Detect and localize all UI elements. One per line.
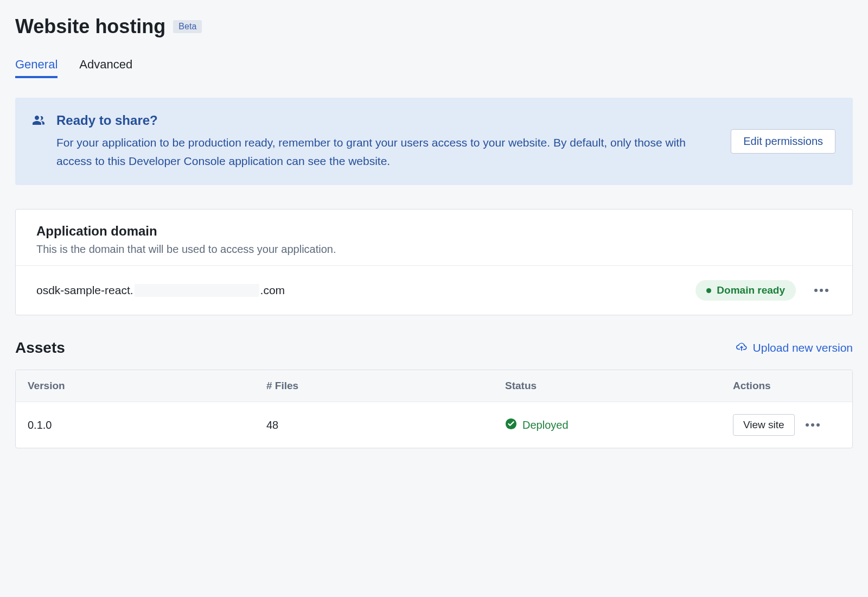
page-title: Website hosting bbox=[15, 15, 165, 38]
assets-table: Version # Files Status Actions 0.1.0 48 … bbox=[15, 370, 853, 448]
cell-actions: View site bbox=[733, 414, 840, 436]
cell-status: Deployed bbox=[505, 418, 733, 433]
share-callout: Ready to share? For your application to … bbox=[15, 98, 853, 185]
tab-advanced[interactable]: Advanced bbox=[79, 58, 132, 78]
domain-redacted bbox=[135, 284, 259, 297]
beta-badge: Beta bbox=[173, 20, 202, 33]
assets-title: Assets bbox=[15, 339, 65, 357]
callout-title: Ready to share? bbox=[56, 113, 720, 128]
domain-status-text: Domain ready bbox=[717, 284, 785, 296]
upload-link-text: Upload new version bbox=[753, 341, 853, 354]
people-icon bbox=[33, 115, 46, 128]
row-more-button[interactable] bbox=[802, 420, 823, 430]
tab-general[interactable]: General bbox=[15, 58, 58, 78]
cell-files: 48 bbox=[266, 419, 505, 431]
table-header-row: Version # Files Status Actions bbox=[16, 370, 852, 402]
upload-icon bbox=[736, 341, 748, 355]
callout-text: For your application to be production re… bbox=[56, 134, 720, 170]
status-text: Deployed bbox=[522, 419, 569, 431]
domain-card-title: Application domain bbox=[36, 224, 832, 239]
domain-card: Application domain This is the domain th… bbox=[15, 209, 853, 315]
col-version: Version bbox=[28, 380, 266, 392]
domain-status-badge: Domain ready bbox=[695, 280, 796, 301]
domain-suffix: .com bbox=[260, 284, 285, 297]
domain-more-button[interactable] bbox=[811, 285, 832, 295]
status-dot-icon bbox=[706, 288, 711, 293]
cell-version: 0.1.0 bbox=[28, 419, 266, 431]
col-actions: Actions bbox=[733, 380, 840, 392]
domain-prefix: osdk-sample-react. bbox=[36, 284, 133, 297]
col-status: Status bbox=[505, 380, 733, 392]
domain-value: osdk-sample-react. .com bbox=[36, 284, 285, 297]
tabs: General Advanced bbox=[15, 58, 853, 78]
view-site-button[interactable]: View site bbox=[733, 414, 795, 436]
domain-card-subtitle: This is the domain that will be used to … bbox=[36, 243, 832, 256]
col-files: # Files bbox=[266, 380, 505, 392]
table-row: 0.1.0 48 Deployed View site bbox=[16, 402, 852, 448]
edit-permissions-button[interactable]: Edit permissions bbox=[731, 129, 835, 154]
upload-new-version-link[interactable]: Upload new version bbox=[736, 341, 853, 355]
check-circle-icon bbox=[505, 418, 517, 433]
